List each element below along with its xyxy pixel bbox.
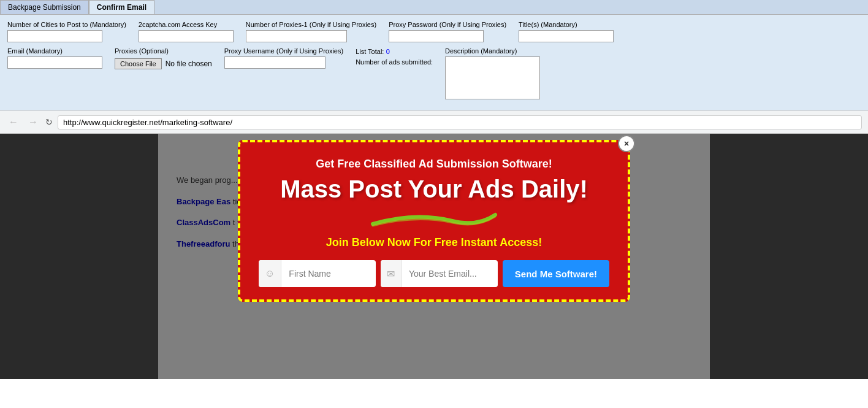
proxies1-input[interactable] [246, 30, 347, 42]
proxies-optional-group: Proxies (Optional) Choose File No file c… [115, 47, 212, 69]
modal-subtitle: Get Free Classified Ad Submission Softwa… [259, 158, 609, 171]
email-icon: ✉ [381, 260, 402, 287]
back-icon: ← [9, 117, 18, 128]
modal-join-text: Join Below Now For Free Instant Access! [259, 236, 609, 249]
proxy-password-label: Proxy Password (Only if Using Proxies) [389, 21, 506, 28]
stats-group: List Total: 0 Number of ads submitted: [356, 47, 433, 66]
user-icon: ☺ [259, 260, 281, 287]
description-textarea[interactable] [445, 56, 540, 99]
list-total-label: List Total: [356, 48, 384, 55]
cities-input[interactable] [7, 30, 102, 42]
proxy-password-input[interactable] [389, 30, 484, 42]
tab-confirm-email[interactable]: Confirm Email [89, 0, 154, 14]
refresh-button[interactable]: ↻ [45, 117, 53, 127]
web-content: Quickregister.net Marketing Software We … [158, 134, 710, 379]
title-input[interactable] [519, 30, 614, 42]
title-group: Title(s) (Mandatory) [519, 21, 614, 42]
email-input[interactable] [7, 56, 102, 69]
app-section: Backpage Submission Confirm Email Number… [0, 0, 868, 110]
proxy-user-group: Proxy Username (Only if Using Proxies) [224, 47, 343, 69]
title-label: Title(s) (Mandatory) [519, 21, 614, 28]
email-input-wrap: ✉ [381, 260, 498, 287]
browser-bar: ← → ↻ [0, 110, 868, 134]
description-label: Description (Mandatory) [445, 47, 540, 55]
ads-submitted-label: Number of ads submitted: [356, 58, 433, 66]
modal-main-title: Mass Post Your Ads Daily! [259, 175, 609, 202]
forward-icon: → [28, 117, 38, 128]
ads-submitted-line: Number of ads submitted: [356, 58, 433, 66]
list-total-line: List Total: 0 [356, 47, 433, 56]
back-button[interactable]: ← [6, 115, 21, 129]
modal-submit-button[interactable]: Send Me Software! [503, 260, 609, 287]
choose-file-button[interactable]: Choose File [115, 58, 162, 69]
proxies1-label: Number of Proxies-1 (Only if Using Proxi… [246, 21, 376, 28]
proxies-optional-label: Proxies (Optional) [115, 47, 212, 55]
tab-backpage[interactable]: Backpage Submission [0, 0, 89, 14]
email-label: Email (Mandatory) [7, 47, 102, 55]
file-chooser-row: Choose File No file chosen [115, 58, 212, 69]
no-file-label: No file chosen [166, 60, 212, 68]
modal-email-input[interactable] [402, 263, 498, 285]
proxies1-group: Number of Proxies-1 (Only if Using Proxi… [246, 21, 376, 42]
cities-group: Number of Cities to Post to (Mandatory) [7, 21, 126, 42]
firstname-input[interactable] [281, 263, 376, 285]
modal-swoosh [367, 209, 501, 227]
proxy-user-input[interactable] [224, 56, 326, 69]
list-total-value: 0 [386, 48, 390, 55]
captcha-group: 2captcha.com Access Key [139, 21, 234, 42]
proxy-password-group: Proxy Password (Only if Using Proxies) [389, 21, 506, 42]
modal-form-row: ☺ ✉ Send Me Software! [259, 260, 609, 287]
email-group: Email (Mandatory) [7, 47, 102, 69]
modal-close-button[interactable]: × [618, 135, 635, 152]
captcha-label: 2captcha.com Access Key [139, 21, 234, 28]
form-row-1: Number of Cities to Post to (Mandatory) … [7, 21, 861, 42]
address-bar[interactable] [58, 115, 862, 129]
refresh-icon: ↻ [45, 117, 53, 127]
web-section: Quickregister.net Marketing Software We … [0, 134, 868, 379]
description-group: Description (Mandatory) [445, 47, 540, 99]
firstname-input-wrap: ☺ [259, 260, 376, 287]
tab-bar: Backpage Submission Confirm Email [0, 0, 868, 15]
proxy-user-label: Proxy Username (Only if Using Proxies) [224, 47, 343, 55]
forward-button[interactable]: → [26, 115, 40, 129]
modal-overlay: × Get Free Classified Ad Submission Soft… [158, 134, 710, 379]
form-row-2: Email (Mandatory) Proxies (Optional) Cho… [7, 47, 861, 99]
cities-label: Number of Cities to Post to (Mandatory) [7, 21, 126, 28]
captcha-input[interactable] [139, 30, 234, 42]
modal-box: × Get Free Classified Ad Submission Soft… [238, 140, 630, 302]
form-area: Number of Cities to Post to (Mandatory) … [0, 15, 868, 110]
